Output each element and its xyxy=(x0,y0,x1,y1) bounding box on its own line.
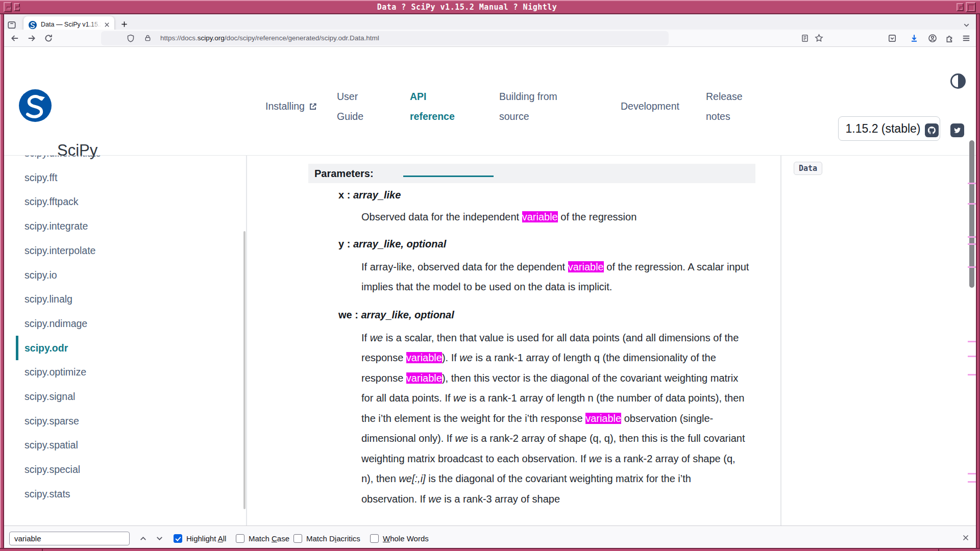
sidebar-item-optimize[interactable]: scipy.optimize xyxy=(4,360,242,384)
lock-icon[interactable] xyxy=(144,34,152,42)
bookmark-star-icon[interactable] xyxy=(815,34,823,42)
window-resize-notch-left[interactable] xyxy=(42,548,43,551)
sidebar-item-special[interactable]: scipy.special xyxy=(4,457,242,482)
window-border-bottom[interactable] xyxy=(0,548,980,551)
menu-hamburger-icon[interactable] xyxy=(962,34,971,43)
back-icon[interactable] xyxy=(10,34,19,43)
match-case-label[interactable]: Match Case xyxy=(249,533,289,544)
param-desc-y: If array-like, observed data for the dep… xyxy=(308,257,749,297)
window-title: Data ? SciPy v1.15.2 Manual ? Nightly xyxy=(377,3,557,12)
sidebar-item-fftpack[interactable]: scipy.fftpack xyxy=(4,189,242,214)
forward-icon[interactable] xyxy=(27,34,36,43)
highlight-all-checkbox[interactable] xyxy=(174,534,182,543)
find-previous-icon[interactable] xyxy=(139,534,148,543)
match-case-checkbox[interactable] xyxy=(236,534,244,543)
parameters-list: x : array_like Observed data for the ind… xyxy=(308,183,768,509)
window-menu2-button[interactable] xyxy=(14,3,20,11)
find-match-marker xyxy=(968,481,976,483)
page-scrollbar[interactable] xyxy=(969,140,974,288)
nav-active-underline xyxy=(403,176,494,177)
nav-api-reference[interactable]: API reference xyxy=(410,87,471,127)
param-term-we: we : array_like, optional xyxy=(308,309,768,321)
sidebar-item-sparse[interactable]: scipy.sparse xyxy=(4,409,242,433)
sidebar-item-spatial[interactable]: scipy.spatial xyxy=(4,433,242,457)
toc-divider xyxy=(780,156,781,525)
scipy-logo-icon[interactable] xyxy=(19,89,52,122)
find-bar: variable Highlight All Match Case Match … xyxy=(4,525,976,548)
find-match-marker xyxy=(968,473,976,474)
window-maximize-button[interactable] xyxy=(966,2,976,12)
find-next-icon[interactable] xyxy=(155,534,164,543)
param-term-x: x : array_like xyxy=(308,189,768,201)
param-desc-x: Observed data for the independent variab… xyxy=(308,207,749,228)
whole-words-checkbox[interactable] xyxy=(370,534,379,543)
site-header: SciPy Installing User Guide API referenc… xyxy=(4,47,976,156)
find-match-marker xyxy=(968,236,976,238)
nav-toolbar: https://docs.scipy.org/doc/scipy/referen… xyxy=(4,30,976,47)
shield-icon[interactable] xyxy=(127,34,135,42)
highlight-all-label[interactable]: Highlight All xyxy=(186,533,226,544)
extensions-icon[interactable] xyxy=(945,34,954,43)
find-match-marker xyxy=(968,243,976,245)
sidebar-item-ndimage[interactable]: scipy.ndimage xyxy=(4,311,242,336)
sidebar-item-signal[interactable]: scipy.signal xyxy=(4,384,242,409)
find-match-marker xyxy=(968,341,976,342)
reload-icon[interactable] xyxy=(44,34,53,43)
window-iconify-button[interactable] xyxy=(957,3,964,11)
tab-bar: Data — SciPy v1.15.2 Ma xyxy=(4,14,976,30)
new-tab-button[interactable] xyxy=(120,20,128,28)
save-panel-icon[interactable] xyxy=(888,34,897,43)
param-term-y: y : array_like, optional xyxy=(308,238,768,250)
sidebar-item-interpolate[interactable]: scipy.interpolate xyxy=(4,238,242,263)
twitter-icon[interactable] xyxy=(950,123,964,137)
url-bar[interactable]: https://docs.scipy.org/doc/scipy/referen… xyxy=(101,31,669,45)
find-match-marker xyxy=(968,374,976,375)
brand-title[interactable]: SciPy xyxy=(57,141,97,160)
window-border-right[interactable] xyxy=(976,14,980,551)
url-display[interactable]: https://docs.scipy.org/doc/scipy/referen… xyxy=(160,34,379,42)
external-link-icon xyxy=(308,102,317,111)
sidebar-item-linalg[interactable]: scipy.linalg xyxy=(4,287,242,311)
findbar-close-icon[interactable] xyxy=(962,534,970,542)
match-diacritics-label[interactable]: Match Diacritics xyxy=(306,533,360,544)
find-match-marker xyxy=(968,266,976,268)
find-match-marker xyxy=(968,183,976,184)
toc-link-data[interactable]: Data xyxy=(794,162,822,175)
nav-installing[interactable]: Installing xyxy=(265,96,317,116)
window-resize-notch-right[interactable] xyxy=(938,548,939,551)
sidebar-item-fft[interactable]: scipy.fft xyxy=(4,165,242,190)
tab-title-fade xyxy=(89,20,104,31)
find-match-marker xyxy=(968,203,976,205)
param-desc-we: If we is a scalar, then that value is us… xyxy=(308,328,749,510)
window-menu-button[interactable] xyxy=(4,2,12,12)
sidebar-scrollbar[interactable] xyxy=(243,231,246,509)
sidebar-item-stats[interactable]: scipy.stats xyxy=(4,482,242,506)
sidebar-item-io[interactable]: scipy.io xyxy=(4,263,242,287)
reader-mode-icon[interactable] xyxy=(801,34,809,42)
nav-building-from-source[interactable]: Building from source xyxy=(499,87,573,127)
nav-release-notes[interactable]: Release notes xyxy=(706,87,754,127)
firefox-view-icon[interactable] xyxy=(7,20,16,30)
sidebar-item-integrate[interactable]: scipy.integrate xyxy=(4,214,242,238)
list-all-tabs-icon[interactable] xyxy=(963,21,970,29)
theme-toggle-icon[interactable] xyxy=(950,73,966,89)
find-input[interactable]: variable xyxy=(9,532,130,545)
parameters-heading: Parameters: xyxy=(308,164,755,183)
tab-close-icon[interactable] xyxy=(104,21,110,28)
sidebar-divider xyxy=(246,156,247,525)
whole-words-label[interactable]: Whole Words xyxy=(383,533,429,544)
match-diacritics-checkbox[interactable] xyxy=(293,534,302,543)
sidebar-item-odr-active[interactable]: scipy.odr xyxy=(4,336,242,360)
window-titlebar[interactable]: Data ? SciPy v1.15.2 Manual ? Nightly xyxy=(0,0,980,14)
tab-favicon-scipy xyxy=(29,21,37,29)
account-icon[interactable] xyxy=(928,34,937,43)
window-border-left[interactable] xyxy=(0,14,4,551)
github-icon[interactable] xyxy=(925,123,939,137)
nav-user-guide[interactable]: User Guide xyxy=(337,87,378,127)
downloads-icon[interactable] xyxy=(910,34,919,43)
nav-development[interactable]: Development xyxy=(621,96,679,116)
find-match-marker xyxy=(968,356,976,357)
browser-window: scipy.differentiate scipy.fft scipy.fftp… xyxy=(0,0,980,551)
